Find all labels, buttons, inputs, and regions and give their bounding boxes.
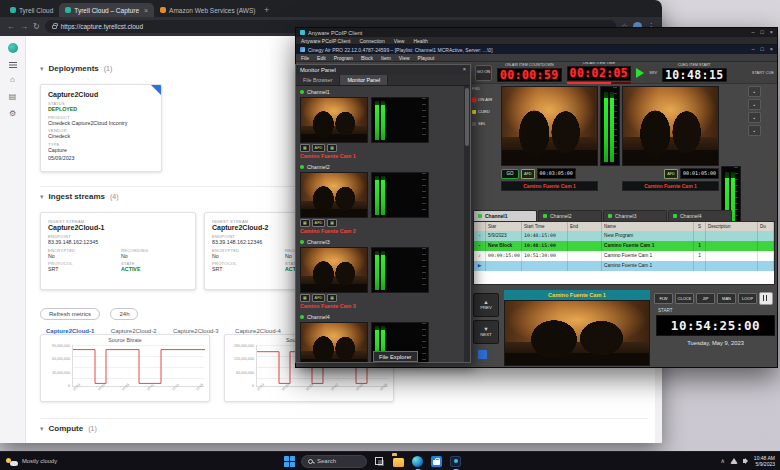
task-view-button[interactable] [373, 455, 386, 468]
toolbar-button[interactable]: ▪ [748, 125, 761, 136]
ingest-section-header[interactable]: ▾ Ingest streams (4) [40, 192, 119, 201]
go-on-button[interactable]: GO ON [475, 65, 492, 81]
close-icon[interactable]: × [770, 47, 773, 53]
clock-button[interactable]: CLOCK [675, 293, 694, 304]
playlist-row[interactable]: ♪ 00:09:15:00 10:51:30:00 Camino Fuente … [474, 251, 774, 261]
search-placeholder: Search [317, 458, 336, 464]
volume-icon[interactable] [743, 459, 746, 463]
tab-channel3[interactable]: Channel3 [603, 210, 667, 221]
deployment-card[interactable]: Capture2Cloud STATUS DEPLOYED PRODUCT Ci… [40, 84, 162, 172]
tab-channel1[interactable]: Channel1 [473, 210, 537, 221]
prev-button[interactable]: ▲ PREV [473, 293, 499, 317]
tab-channel4[interactable]: Channel4 [668, 210, 732, 221]
taskbar-search[interactable]: Search [301, 455, 367, 468]
store-button[interactable] [430, 455, 443, 468]
taskbar-weather[interactable]: Mostly cloudy [6, 452, 57, 470]
tab-close-icon[interactable]: × [144, 7, 148, 14]
deployment-name: Capture2Cloud [48, 91, 154, 98]
jip-button[interactable]: JIP [696, 293, 715, 304]
tab-file-browser[interactable]: File Browser [296, 75, 340, 85]
list-icon[interactable]: ▤ [9, 93, 17, 101]
scrollbar-thumb[interactable] [465, 88, 469, 146]
store-icon [431, 456, 442, 467]
edge-browser-button[interactable] [411, 455, 424, 468]
aspect-badge: ▦ [327, 294, 337, 302]
close-icon[interactable]: × [770, 30, 773, 36]
refresh-icon[interactable]: ↻ [33, 23, 40, 31]
pcoip-title: Anyware PCoIP Client [308, 30, 362, 36]
afd-badge: AFD [312, 219, 326, 227]
pcoip-app-button[interactable] [449, 455, 462, 468]
cue-mode-button[interactable] [477, 349, 488, 360]
flw-button[interactable]: FLW [654, 293, 673, 304]
go-button[interactable]: GO [501, 169, 519, 179]
compute-section-header[interactable]: ▾ Compute (1) [40, 424, 97, 433]
toolbar-button[interactable]: ▪ [748, 112, 761, 123]
next-button[interactable]: ▼ NEXT [473, 320, 499, 344]
back-icon[interactable]: ← [7, 23, 15, 31]
playlist-row-program[interactable]: - 5/9/2023 10:48:15:00 New Program [474, 231, 774, 241]
minimize-icon[interactable]: – [751, 30, 754, 36]
toolbar-button[interactable]: ▪ [748, 99, 761, 110]
settings-icon[interactable]: ⚙ [9, 110, 16, 118]
ingest-stream-card[interactable]: INGEST STREAM Capture2Cloud-1 ENDPOINT 8… [40, 212, 196, 290]
new-tab-button[interactable]: + [264, 3, 269, 17]
menu-item[interactable]: File [301, 55, 309, 61]
browser-tab-aws[interactable]: Amazon Web Services (AWS) [154, 3, 260, 17]
menu-item[interactable]: Anyware PCoIP Client [301, 38, 350, 44]
home-icon[interactable]: ⌂ [10, 76, 15, 84]
loop-button[interactable]: LOOP [738, 293, 757, 304]
srv-label: SRV [649, 71, 657, 75]
stream-name: Capture2Cloud-1 [48, 224, 188, 231]
channel-thumbnail[interactable] [300, 97, 368, 143]
playlist-row-cued[interactable]: ▶ Camino Fuente Cam 1 [474, 261, 774, 271]
menu-item[interactable]: Block [361, 55, 373, 61]
channel-thumbnail[interactable] [300, 322, 368, 362]
deployments-section-header[interactable]: ▾ Deployments (1) [40, 64, 112, 73]
cued-led [472, 110, 476, 114]
channel-status-dot [300, 165, 304, 169]
afd-badge: AFD [312, 294, 326, 302]
close-icon[interactable]: × [463, 67, 466, 73]
toolbar-button[interactable]: ▪ [748, 86, 761, 97]
menu-item[interactable]: Edit [317, 55, 326, 61]
playlist-row-onair[interactable]: - New Block 10:48:15:00 Camino Fuente Ca… [474, 241, 774, 251]
menu-item[interactable]: Playout [418, 55, 435, 61]
pcoip-menubar: Anyware PCoIP Client Connection View Hea… [296, 37, 777, 45]
item-progress-bar [567, 82, 632, 84]
menu-item[interactable]: Item [381, 55, 391, 61]
menu-item[interactable]: View [394, 38, 405, 44]
minimize-icon[interactable]: – [751, 47, 754, 53]
hold-hand-button[interactable] [759, 292, 773, 305]
section-title: Ingest streams [49, 192, 105, 201]
menu-item[interactable]: Program [334, 55, 353, 61]
cinegy-titlebar[interactable]: Cinegy Air PRO 22.12.0.4787-24599 – [Pla… [296, 45, 777, 54]
wifi-icon[interactable] [730, 458, 738, 464]
item-time-label: ON-AIR ITEM TIME [583, 62, 616, 65]
maximize-icon[interactable]: □ [760, 47, 763, 53]
channel-source-label: Camino Fuente Cam 3 [300, 302, 460, 310]
tray-chevron-icon[interactable]: ∧ [720, 458, 724, 464]
tab-favicon [10, 7, 16, 13]
tab-monitor-panel[interactable]: Monitor Panel [340, 75, 388, 85]
sel-label: SEL [478, 121, 486, 126]
file-explorer-button[interactable] [392, 455, 405, 468]
channel-thumbnail[interactable] [300, 172, 368, 218]
taskbar-clock[interactable]: 10:48 AM 5/9/2023 [754, 455, 775, 467]
monitor-panel-titlebar[interactable]: Monitor Panel × [296, 65, 470, 75]
tab-channel2[interactable]: Channel2 [538, 210, 602, 221]
menu-item[interactable]: Health [413, 38, 427, 44]
forward-icon[interactable]: → [20, 23, 28, 31]
browser-tab-tyrell-cloud[interactable]: Tyrell Cloud [4, 3, 59, 17]
channel-name: Channel3 [307, 239, 330, 245]
playlist-table: Star Start Time End Name S Description D… [473, 221, 775, 285]
start-button[interactable] [284, 456, 295, 467]
menu-item[interactable]: View [399, 55, 410, 61]
man-button[interactable]: MAN [717, 293, 736, 304]
channel-thumbnail[interactable] [300, 247, 368, 293]
pcoip-titlebar[interactable]: Anyware PCoIP Client – □ × [296, 28, 777, 37]
menu-item[interactable]: Connection [359, 38, 384, 44]
maximize-icon[interactable]: □ [760, 30, 763, 36]
hamburger-icon[interactable] [9, 62, 17, 63]
browser-tab-capture[interactable]: Tyrell Cloud – Capture × [59, 3, 154, 17]
